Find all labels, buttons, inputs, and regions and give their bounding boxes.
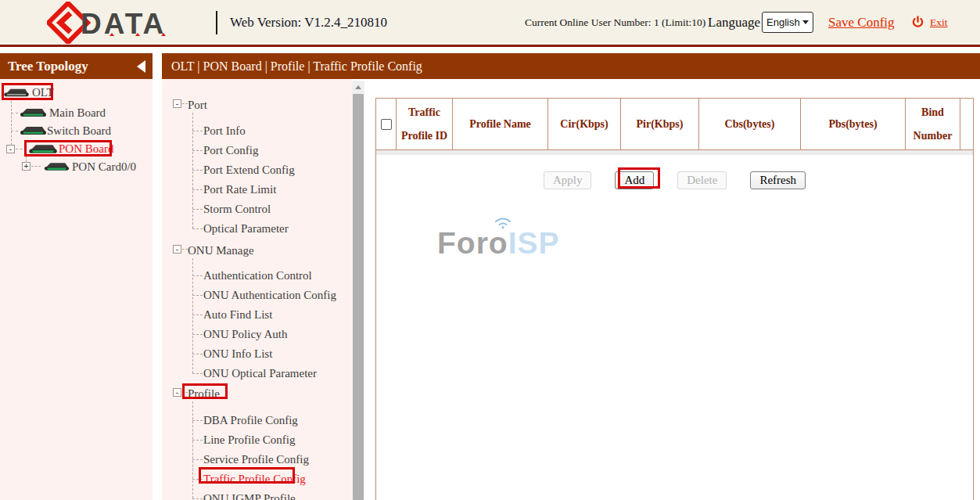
scroll-up-button[interactable] bbox=[352, 81, 364, 94]
nav-scrollbar[interactable] bbox=[352, 81, 364, 500]
tree-connector bbox=[11, 131, 18, 131]
apply-button: Apply bbox=[544, 171, 592, 189]
function-nav-panel: - Port Port Info Port Config Port Extend… bbox=[162, 79, 352, 500]
traffic-profile-content: Traffic Profile ID Profile Name Cir(Kbps… bbox=[375, 98, 974, 500]
cdata-logo-icon: DATA bbox=[47, 2, 188, 44]
col-cir: Cir(Kbps) bbox=[548, 99, 621, 149]
board-device-icon bbox=[43, 161, 70, 172]
scrollbar-thumb[interactable] bbox=[353, 94, 364, 500]
tree-connector bbox=[192, 498, 203, 499]
power-icon bbox=[911, 16, 924, 29]
online-user-count: Current Online User Number: 1 (Limit:10) bbox=[525, 0, 705, 45]
col-traffic-profile-id: Traffic Profile ID bbox=[397, 99, 453, 149]
tree-connector bbox=[192, 315, 203, 315]
tree-connector bbox=[192, 479, 203, 480]
tree-connector bbox=[192, 295, 203, 296]
tree-node-pon-card[interactable]: PON Card0/0 bbox=[43, 159, 136, 174]
tree-node-label: PON Card0/0 bbox=[72, 160, 136, 174]
tree-connector bbox=[192, 150, 203, 151]
table-header-row: Traffic Profile ID Profile Name Cir(Kbps… bbox=[376, 99, 973, 150]
tree-connector bbox=[192, 459, 203, 460]
tree-connector bbox=[192, 420, 203, 421]
scroll-up-arrow-icon bbox=[355, 85, 361, 89]
tree-connector bbox=[192, 228, 203, 229]
nav-group-port[interactable]: Port bbox=[188, 97, 207, 113]
cdata-logo: DATA bbox=[47, 2, 188, 47]
tree-connector bbox=[192, 440, 203, 441]
col-profile-name: Profile Name bbox=[453, 99, 548, 149]
nav-item-port-config[interactable]: Port Config bbox=[203, 142, 258, 158]
watermark: ForoISP bbox=[437, 226, 560, 261]
tree-connector bbox=[192, 275, 203, 276]
select-all-checkbox[interactable] bbox=[381, 119, 392, 130]
add-button[interactable]: Add bbox=[615, 171, 654, 189]
board-device-icon bbox=[19, 125, 47, 136]
olt-device-icon bbox=[3, 88, 30, 98]
nav-item-onu-optical-parameter[interactable]: ONU Optical Parameter bbox=[203, 365, 317, 381]
nav-item-line-profile-config[interactable]: Line Profile Config bbox=[203, 432, 295, 448]
olt-web-ui: DATA Web Version: V1.2.4_210810 Current … bbox=[0, 0, 980, 500]
tree-connector bbox=[192, 209, 203, 210]
web-version-text: Web Version: V1.2.4_210810 bbox=[230, 0, 387, 45]
nav-item-authentication-control[interactable]: Authentication Control bbox=[203, 268, 312, 283]
col-bind-number: Bind Number bbox=[906, 99, 960, 149]
nav-item-dba-profile-config[interactable]: DBA Profile Config bbox=[203, 412, 298, 428]
nav-item-onu-authentication-config[interactable]: ONU Authentication Config bbox=[203, 287, 336, 303]
col-pbs: Pbs(bytes) bbox=[801, 99, 906, 149]
save-config-link[interactable]: Save Config bbox=[828, 0, 895, 45]
tree-connector bbox=[11, 113, 18, 113]
watermark-isp: ISP bbox=[508, 226, 560, 260]
collapse-group-icon[interactable]: - bbox=[173, 245, 181, 254]
exit-link[interactable]: Exit bbox=[930, 16, 948, 29]
top-header: DATA Web Version: V1.2.4_210810 Current … bbox=[0, 0, 980, 47]
refresh-button[interactable]: Refresh bbox=[750, 171, 806, 189]
expand-node-icon[interactable]: + bbox=[22, 162, 31, 171]
tree-connector bbox=[11, 101, 12, 149]
nav-item-service-profile-config[interactable]: Service Profile Config bbox=[203, 451, 309, 467]
nav-item-port-extend-config[interactable]: Port Extend Config bbox=[203, 162, 295, 178]
tree-connector bbox=[192, 373, 203, 374]
collapse-sidebar-icon[interactable] bbox=[137, 60, 145, 73]
nav-item-port-info[interactable]: Port Info bbox=[203, 123, 246, 138]
col-cbs: Cbs(bytes) bbox=[699, 99, 801, 149]
tree-node-switch-board[interactable]: Switch Board bbox=[19, 123, 111, 138]
breadcrumb: OLT | PON Board | Profile | Traffic Prof… bbox=[162, 53, 980, 79]
tree-connector bbox=[192, 334, 203, 335]
tree-node-main-board[interactable]: Main Board bbox=[19, 105, 106, 121]
nav-group-onu-manage[interactable]: ONU Manage bbox=[188, 243, 254, 258]
nav-item-traffic-profile-config[interactable]: Traffic Profile Config bbox=[203, 471, 306, 487]
tree-node-label: Main Board bbox=[49, 106, 106, 120]
tree-connector bbox=[182, 103, 188, 104]
wifi-signal-icon bbox=[491, 214, 515, 228]
col-pir: Pir(Kbps) bbox=[621, 99, 699, 149]
exit-group: Exit bbox=[911, 0, 948, 45]
tree-node-pon-board[interactable]: PON Board bbox=[27, 141, 113, 156]
tree-node-label: PON Board bbox=[59, 142, 113, 156]
nav-item-port-rate-limit[interactable]: Port Rate Limit bbox=[203, 182, 276, 197]
collapse-node-icon[interactable]: - bbox=[6, 145, 15, 153]
nav-item-onu-policy-auth[interactable]: ONU Policy Auth bbox=[203, 326, 288, 342]
tree-connector bbox=[31, 166, 41, 167]
tree-connector bbox=[192, 401, 193, 498]
tree-connector bbox=[192, 170, 203, 171]
board-device-icon bbox=[27, 143, 58, 155]
tree-connector bbox=[16, 149, 27, 149]
nav-group-profile[interactable]: Profile bbox=[188, 386, 220, 401]
nav-item-auto-find-list[interactable]: Auto Find List bbox=[203, 307, 272, 322]
watermark-foro: Foro bbox=[437, 226, 508, 260]
tree-connector bbox=[192, 131, 203, 131]
collapse-group-icon[interactable]: - bbox=[173, 99, 181, 108]
tree-node-olt[interactable]: OLT bbox=[3, 85, 54, 100]
nav-item-optical-parameter[interactable]: Optical Parameter bbox=[203, 221, 289, 236]
nav-item-onu-igmp-profile[interactable]: ONU IGMP Profile bbox=[203, 491, 296, 500]
nav-item-onu-info-list[interactable]: ONU Info List bbox=[203, 346, 272, 362]
tree-topology-panel: OLT Main Board Switch Board - bbox=[0, 79, 153, 500]
table-empty-body bbox=[376, 150, 973, 155]
language-select[interactable]: English bbox=[762, 12, 813, 33]
chevron-down-icon bbox=[802, 20, 809, 24]
collapse-group-icon[interactable]: - bbox=[173, 388, 181, 397]
delete-button: Delete bbox=[677, 171, 727, 189]
tree-connector bbox=[192, 354, 203, 354]
nav-item-storm-control[interactable]: Storm Control bbox=[203, 201, 271, 217]
tree-node-label: OLT bbox=[32, 86, 54, 99]
